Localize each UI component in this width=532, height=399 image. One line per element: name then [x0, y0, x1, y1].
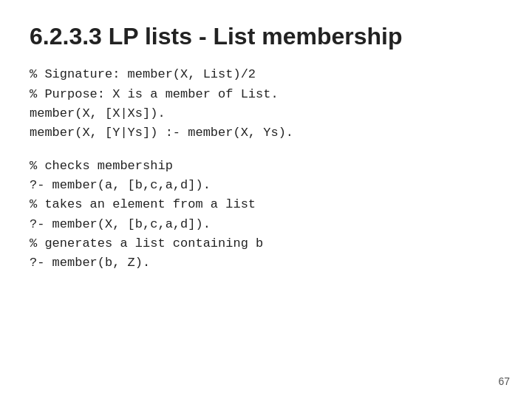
code-block-section1: % Signature: member(X, List)/2 % Purpose… [30, 65, 502, 143]
code-block-section2: % checks membership ?- member(a, [b,c,a,… [30, 157, 502, 273]
slide: 6.2.3.3 LP lists - List membership % Sig… [0, 0, 532, 399]
slide-number: 67 [498, 375, 510, 387]
section-gap [30, 143, 502, 157]
slide-title: 6.2.3.3 LP lists - List membership [30, 22, 502, 50]
